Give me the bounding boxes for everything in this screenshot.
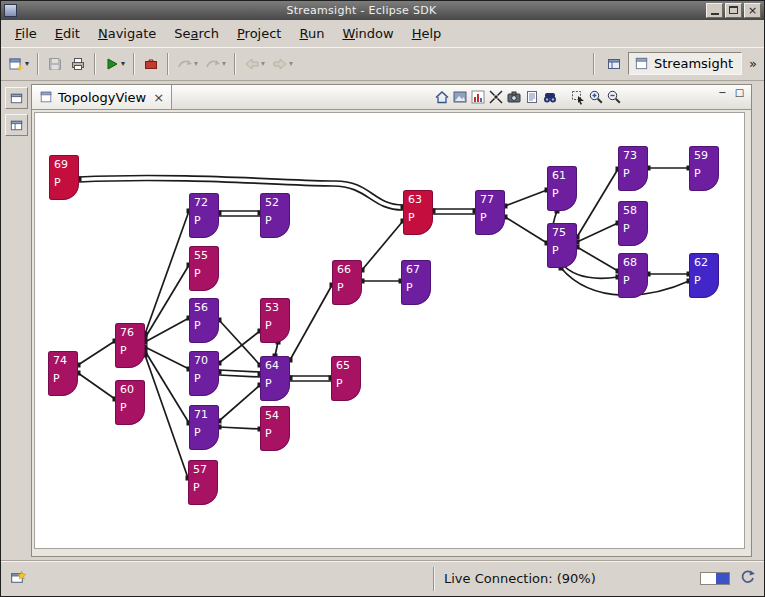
home-button[interactable] bbox=[433, 88, 450, 107]
menu-help[interactable]: Help bbox=[403, 22, 451, 45]
node-port-label: P bbox=[194, 267, 219, 280]
menu-file[interactable]: File bbox=[6, 22, 46, 45]
forward-button[interactable]: ▾ bbox=[269, 52, 296, 76]
toolbar-overflow-chevron[interactable]: » bbox=[749, 56, 757, 71]
skip-button-2[interactable]: ▾ bbox=[202, 52, 229, 76]
menu-project[interactable]: Project bbox=[228, 22, 291, 45]
menu-run[interactable]: Run bbox=[290, 22, 333, 45]
overview-icon bbox=[452, 89, 468, 105]
statusbar-view-button[interactable] bbox=[7, 567, 28, 591]
graph-node-56[interactable]: 56P bbox=[189, 298, 219, 343]
node-id-label: 68 bbox=[623, 256, 648, 269]
graph-node-52[interactable]: 52P bbox=[260, 193, 290, 238]
refresh-button[interactable] bbox=[739, 569, 756, 589]
graph-node-59[interactable]: 59P bbox=[689, 146, 719, 191]
status-bar: Live Connection: (90%) bbox=[1, 560, 764, 596]
maximize-view-icon[interactable]: □ bbox=[733, 87, 746, 100]
main-toolbar: ▾ ▾ ▾ bbox=[1, 47, 764, 81]
node-port-label: P bbox=[120, 344, 145, 357]
node-id-label: 61 bbox=[552, 169, 577, 182]
find-button[interactable] bbox=[541, 88, 558, 107]
toolbar-separator bbox=[593, 53, 595, 75]
marquee-zoom-button[interactable] bbox=[569, 88, 586, 107]
chart-button[interactable] bbox=[469, 88, 486, 107]
camera-icon bbox=[506, 89, 522, 105]
overview-button[interactable] bbox=[451, 88, 468, 107]
run-external-tools-button[interactable]: ▾ bbox=[101, 52, 128, 76]
graph-node-62[interactable]: 62P bbox=[689, 253, 719, 298]
toolbar-separator bbox=[94, 53, 96, 75]
fastview-button-1[interactable] bbox=[5, 87, 28, 109]
save-button[interactable] bbox=[44, 52, 66, 76]
title-bar[interactable]: Streamsight - Eclipse SDK × bbox=[1, 1, 764, 20]
graph-node-76[interactable]: 76P bbox=[115, 323, 145, 368]
menu-search[interactable]: Search bbox=[165, 22, 228, 45]
menu-window[interactable]: Window bbox=[333, 22, 402, 45]
node-port-label: P bbox=[120, 401, 145, 414]
window-menu-icon[interactable] bbox=[4, 4, 17, 17]
node-port-label: P bbox=[265, 319, 290, 332]
graph-node-58[interactable]: 58P bbox=[618, 201, 648, 246]
view-header: TopologyView × bbox=[32, 85, 751, 110]
back-button[interactable]: ▾ bbox=[241, 52, 268, 76]
print-button[interactable] bbox=[67, 52, 89, 76]
skip-button-1[interactable]: ▾ bbox=[174, 52, 201, 76]
marquee-zoom-icon bbox=[570, 89, 586, 105]
graph-node-64[interactable]: 64P bbox=[260, 356, 290, 401]
maximize-icon[interactable] bbox=[725, 3, 742, 18]
print-icon bbox=[70, 56, 86, 72]
dropdown-arrow-icon: ▾ bbox=[121, 59, 125, 68]
node-port-label: P bbox=[337, 281, 362, 294]
binoculars-icon bbox=[542, 89, 558, 105]
home-icon bbox=[434, 89, 450, 105]
graph-node-54[interactable]: 54P bbox=[260, 406, 290, 451]
tab-topologyview[interactable]: TopologyView × bbox=[32, 85, 172, 109]
menu-edit[interactable]: Edit bbox=[46, 22, 89, 45]
node-port-label: P bbox=[54, 176, 79, 189]
graph-node-69[interactable]: 69P bbox=[49, 155, 79, 200]
graph-node-53[interactable]: 53P bbox=[260, 298, 290, 343]
graph-node-68[interactable]: 68P bbox=[618, 253, 648, 298]
graph-node-65[interactable]: 65P bbox=[331, 356, 361, 401]
node-port-label: P bbox=[194, 372, 219, 385]
graph-node-71[interactable]: 71P bbox=[189, 405, 219, 450]
new-wizard-button[interactable]: ▾ bbox=[5, 52, 32, 76]
zoom-out-button[interactable] bbox=[605, 88, 622, 107]
graph-node-63[interactable]: 63P bbox=[403, 190, 433, 235]
graph-node-57[interactable]: 57P bbox=[188, 460, 218, 505]
minimize-view-icon[interactable]: − bbox=[716, 87, 729, 100]
graph-node-61[interactable]: 61P bbox=[547, 166, 577, 211]
zoom-in-button[interactable] bbox=[587, 88, 604, 107]
perspective-streamsight-button[interactable]: Streamsight bbox=[628, 52, 742, 75]
graph-node-74[interactable]: 74P bbox=[48, 351, 78, 396]
graph-node-73[interactable]: 73P bbox=[618, 146, 648, 191]
graph-node-77[interactable]: 77P bbox=[475, 190, 505, 235]
open-perspective-button[interactable] bbox=[603, 53, 625, 75]
graph-node-72[interactable]: 72P bbox=[189, 193, 219, 238]
node-port-label: P bbox=[552, 187, 577, 200]
close-icon[interactable]: × bbox=[744, 3, 761, 18]
tab-label: TopologyView bbox=[58, 90, 146, 105]
dropdown-arrow-icon: ▾ bbox=[25, 59, 29, 68]
toolbox-button[interactable] bbox=[140, 52, 162, 76]
graph-node-66[interactable]: 66P bbox=[332, 260, 362, 305]
graph-node-60[interactable]: 60P bbox=[115, 380, 145, 425]
fastview-button-2[interactable] bbox=[5, 114, 28, 136]
dropdown-arrow-icon: ▾ bbox=[289, 59, 293, 68]
report-button[interactable] bbox=[523, 88, 540, 107]
snapshot-button[interactable] bbox=[505, 88, 522, 107]
node-port-label: P bbox=[408, 211, 433, 224]
close-tab-icon[interactable]: × bbox=[153, 91, 164, 104]
graph-node-67[interactable]: 67P bbox=[401, 260, 431, 305]
node-id-label: 73 bbox=[623, 149, 648, 162]
node-id-label: 67 bbox=[406, 263, 431, 276]
fit-to-screen-button[interactable] bbox=[487, 88, 504, 107]
graph-node-75[interactable]: 75P bbox=[547, 223, 577, 268]
menu-navigate[interactable]: Navigate bbox=[89, 22, 165, 45]
graph-node-70[interactable]: 70P bbox=[189, 351, 219, 396]
topology-canvas[interactable]: 69P72P52P55P56P53P76P74P70P60P64P71P54P5… bbox=[34, 112, 745, 549]
fast-view-bar bbox=[1, 84, 31, 557]
graph-node-55[interactable]: 55P bbox=[189, 246, 219, 291]
progress-fill bbox=[716, 573, 729, 584]
minimize-icon[interactable] bbox=[706, 3, 723, 18]
